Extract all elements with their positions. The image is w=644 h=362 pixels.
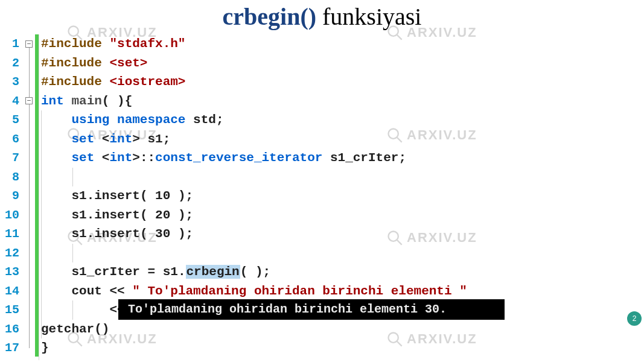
code-line: using namespace std; [41,110,644,130]
console-output: To'plamdaning ohiridan birinchi elementi… [118,299,505,320]
line-number: 6 [0,130,23,149]
line-number: 15 [0,300,23,320]
line-number: 10 [0,206,23,225]
code-line: s1_crIter = s1.crbegin( ); [41,262,644,282]
code-line: int main( ){ [41,92,644,111]
line-number: 14 [0,282,23,301]
line-number: 2 [0,54,23,73]
code-line: #include <iostream> [41,72,644,92]
page-number-badge: 2 [627,311,642,326]
line-number: 4 [0,92,23,111]
code-line: getchar() [41,320,644,339]
line-number: 17 [0,338,23,358]
line-number: 13 [0,262,23,282]
fold-guide-line [29,48,30,97]
line-number: 7 [0,148,23,168]
code-line: } [41,338,644,358]
code-line [41,244,644,263]
slide-title: crbegin() funksiyasi [0,0,644,31]
line-number: 9 [0,186,23,206]
code-line: s1.insert( 20 ); [41,206,644,225]
fold-guide-line [29,104,30,348]
fold-gutter: − − [23,34,35,360]
title-descriptor: funksiyasi [316,3,421,30]
code-line: s1.insert( 30 ); [41,224,644,244]
code-line: set <int>::const_reverse_iterator s1_crI… [41,148,644,168]
line-number-gutter: 1 2 3 4 5 6 7 8 9 10 11 12 13 14 15 16 1… [0,34,23,360]
code-line: #include <set> [41,54,644,73]
gutter-separator [39,34,39,360]
highlighted-method: crbegin [186,265,240,279]
code-line: cout << " To'plamdaning ohiridan birinch… [41,282,644,301]
title-function-name: crbegin() [223,3,317,30]
line-number: 8 [0,168,23,187]
code-line: #include "stdafx.h" [41,34,644,54]
fold-toggle-icon[interactable]: − [25,97,33,104]
line-number: 3 [0,72,23,92]
line-number: 5 [0,110,23,130]
code-line: s1.insert( 10 ); [41,186,644,206]
line-number: 12 [0,244,23,263]
line-number: 16 [0,320,23,339]
line-number: 1 [0,34,23,54]
code-line [41,168,644,187]
console-text: To'plamdaning ohiridan birinchi elementi… [128,302,447,316]
line-number: 11 [0,224,23,244]
fold-toggle-icon[interactable]: − [25,40,33,48]
code-line: set <int> s1; [41,130,644,149]
